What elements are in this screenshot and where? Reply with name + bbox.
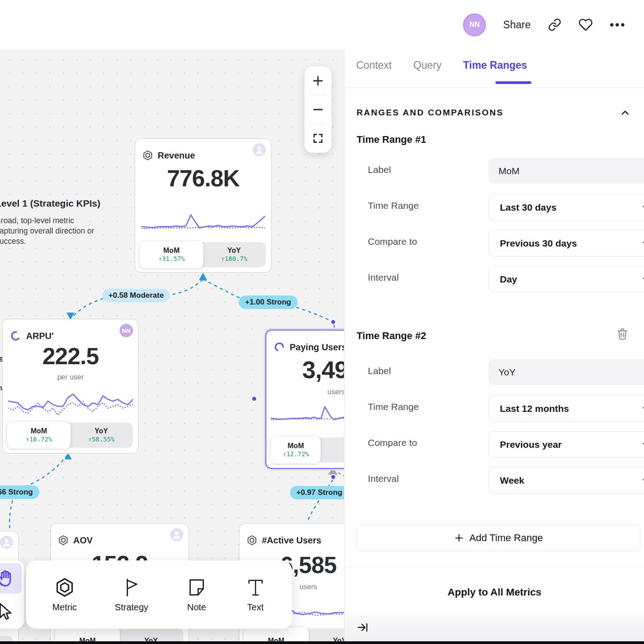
loading-spinner-icon [273,341,285,353]
toggle-label: YoY [95,427,108,436]
time-range-1-title: Time Range #1 [357,134,426,146]
select-value: Day [500,274,517,285]
metric-hexagon-icon [142,150,153,161]
toggle-label: MoM [163,246,180,255]
label-input[interactable]: YoY [489,359,644,385]
toolbar-label: Strategy [115,602,148,613]
collapse-section-icon[interactable] [619,107,631,119]
correlation-label[interactable]: +0.97 Strong [290,486,344,499]
toolbar-label: Text [247,602,264,613]
metric-value: 3,499 [302,356,344,384]
time-range-select[interactable]: Last 30 days [489,194,644,221]
select-value: Week [500,475,524,486]
metric-hexagon-icon [58,535,69,546]
metric-card-revenue[interactable]: Revenue 776.8K MoM ↑31.57% YoY ↑180.7% [135,138,272,273]
metric-tree-canvas[interactable]: Level 1 (Strategic KPIs) Broad, top-leve… [0,49,344,644]
apply-all-metrics-button[interactable]: Apply to All Metrics [344,587,644,598]
screen-bottom-edge [0,641,644,644]
chevron-down-icon [641,274,644,284]
toggle-yoy[interactable]: YoY ↑180.7% [203,242,266,267]
tab-time-ranges[interactable]: Time Ranges [463,59,527,71]
text-icon [245,577,266,598]
flag-icon [121,577,142,598]
toggle-mom[interactable]: MoM ↑16.72% [7,422,71,449]
share-button[interactable]: Share [503,19,530,31]
select-tool-button[interactable] [0,596,22,626]
metric-unit: users [327,388,344,396]
canvas-note-body: Broad, top-level metric capturing overal… [0,216,108,247]
input-value: MoM [498,166,520,176]
fit-view-icon[interactable] [304,124,331,153]
toggle-pct: ↑58.55% [88,436,115,444]
canvas-tool-palette[interactable] [0,560,24,629]
time-range-toggle[interactable]: MoM ↑12.72% [272,437,344,463]
time-range-select[interactable]: Last 12 months [489,395,644,422]
toolbar-item-note[interactable]: Note [186,577,207,613]
insert-toolbar[interactable]: Metric Strategy Note Text [26,560,292,629]
zoom-control[interactable] [304,66,331,153]
time-range-toggle[interactable]: MoM ↑16.72% YoY ↑58.55% [8,423,133,448]
metric-card-arpu[interactable]: ARPU' NN 222.5 per user MoM ↑16.72% YoY … [2,319,139,454]
user-avatar[interactable]: NN [463,13,486,36]
owner-avatar [170,528,183,541]
note-icon [186,577,207,598]
divider [344,88,644,88]
toggle-mom[interactable]: MoM ↑31.57% [140,241,203,268]
owner-avatar [0,536,13,549]
add-time-range-label: Add Time Range [469,532,543,544]
chevron-down-icon [641,203,644,212]
card-title: AOV [73,535,93,546]
field-label: Interval [368,473,399,484]
correlation-label[interactable]: +0.58 Moderate [102,289,170,302]
copy-link-icon[interactable] [548,18,561,31]
metric-value: 222.5 [3,343,138,370]
more-options-icon[interactable]: ••• [610,22,626,27]
toggle-pct: ↑31.57% [158,255,185,263]
zoom-out-icon[interactable] [304,95,331,124]
select-value: Last 30 days [500,202,556,213]
field-label: Interval [368,272,399,283]
favorite-heart-icon[interactable] [578,18,593,32]
collapse-panel-icon[interactable] [356,621,369,634]
select-value: Last 12 months [500,403,569,414]
interval-select[interactable]: Week [489,467,644,494]
delete-time-range-icon[interactable] [616,327,629,340]
toolbar-item-metric[interactable]: Metric [52,577,76,613]
zoom-in-icon[interactable] [304,66,331,95]
add-time-range-button[interactable]: Add Time Range [357,525,640,551]
toggle-pct: ↑180.7% [221,255,247,263]
toggle-label: MoM [287,441,304,450]
time-range-toggle[interactable]: MoM ↑31.57% YoY ↑180.7% [141,242,266,267]
owner-avatar [253,143,266,156]
compare-to-select[interactable]: Previous 30 days [489,230,644,256]
canvas-note-title: Level 1 (Strategic KPIs) [0,198,100,209]
toolbar-item-strategy[interactable]: Strategy [115,577,148,613]
metric-card-paying-users[interactable]: Paying Users' 3,499 users MoM ↑12.72% [265,330,344,469]
toggle-label: YoY [227,246,241,255]
tab-context[interactable]: Context [356,59,392,71]
toggle-yoy[interactable] [320,437,344,463]
field-label: Compare to [368,236,417,247]
metric-hexagon-icon [247,535,257,546]
section-header: RANGES AND COMPARISONS [357,108,503,118]
time-range-2-title: Time Range #2 [357,330,426,342]
compare-to-select[interactable]: Previous year [489,431,644,458]
card-title: ARPU' [26,331,53,341]
metric-hexagon-icon [54,577,75,598]
tab-query[interactable]: Query [413,59,441,71]
toolbar-item-text[interactable]: Text [245,577,266,613]
cursor-icon [0,602,15,621]
select-value: Previous year [500,439,562,450]
field-label: Label [368,366,391,376]
sparkline-chart [141,210,265,233]
correlation-label[interactable]: +0.66 Strong [0,485,39,499]
metric-value: 776.8K [135,165,271,192]
hand-tool-button[interactable] [0,563,22,594]
field-label: Time Range [368,200,419,211]
toggle-mom[interactable]: MoM ↑12.72% [271,437,321,463]
label-input[interactable]: MoM [489,158,644,184]
toggle-yoy[interactable]: YoY ↑58.55% [70,423,133,448]
interval-select[interactable]: Day [489,266,644,292]
card-title: Paying Users' [290,342,344,353]
correlation-label[interactable]: +1.00 Strong [239,296,298,309]
